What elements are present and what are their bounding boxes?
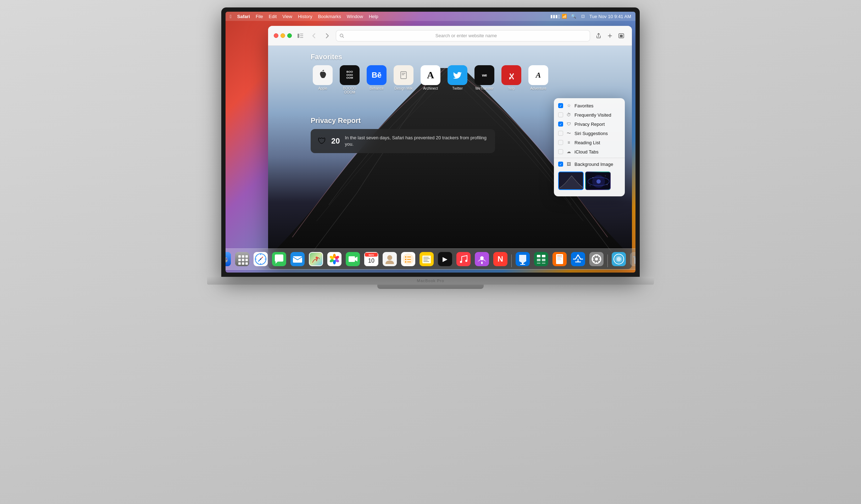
dock-photos[interactable] xyxy=(326,251,343,267)
wifi-icon[interactable]: 📶 xyxy=(562,13,567,19)
favorite-designmilk[interactable]: Design Milk xyxy=(391,65,416,94)
dock-contacts[interactable] xyxy=(382,251,398,267)
svg-rect-92 xyxy=(542,259,545,261)
svg-rect-77 xyxy=(456,252,471,266)
dock-launchpad[interactable] xyxy=(234,251,250,267)
close-button[interactable] xyxy=(274,33,278,38)
favorite-apple[interactable]: Apple xyxy=(311,65,335,94)
dock-maps[interactable] xyxy=(308,251,324,267)
dropdown-item-frequently-visited[interactable]: ⏱ Frequently Visited xyxy=(554,110,625,119)
dock-keynote[interactable] xyxy=(515,251,531,267)
dropdown-item-reading-list[interactable]: ≡ Reading List xyxy=(554,138,625,147)
menu-edit[interactable]: Edit xyxy=(269,14,277,19)
dock-appletv[interactable]: ▶ xyxy=(437,251,453,267)
dock-siri[interactable] xyxy=(611,251,627,267)
dock-pages[interactable] xyxy=(551,251,568,267)
siri-icon: 〜 xyxy=(566,130,572,136)
menu-bookmarks[interactable]: Bookmarks xyxy=(318,14,341,19)
control-center-icon[interactable]: ⊡ xyxy=(580,13,586,19)
dropdown-item-siri-suggestions[interactable]: 〜 Siri Suggestions xyxy=(554,129,625,138)
privacy-report-checkbox[interactable]: ✓ xyxy=(558,122,563,127)
svg-rect-82 xyxy=(481,262,483,264)
favorite-wetransfer[interactable]: we WeTransfer xyxy=(472,65,496,94)
svg-rect-27 xyxy=(238,255,241,258)
dock-calendar[interactable]: NOV 10 xyxy=(363,251,379,267)
favorite-yelp[interactable]: ꭕ Yelp xyxy=(499,65,523,94)
svg-rect-1 xyxy=(300,34,303,34)
background-thumbnails xyxy=(554,169,625,194)
dock-music[interactable] xyxy=(455,251,472,267)
macbook-outer:  Safari File Edit View History Bookmark… xyxy=(0,0,861,504)
dropdown-item-favorites[interactable]: ✓ ☆ Favorites xyxy=(554,101,625,110)
tabs-overview-button[interactable] xyxy=(616,31,626,41)
icloud-tabs-checkbox[interactable] xyxy=(558,149,563,154)
dropdown-divider xyxy=(554,158,625,158)
search-icon[interactable]: 🔍 xyxy=(571,13,577,19)
address-bar[interactable]: Search or enter website name xyxy=(336,30,590,41)
dropdown-item-icloud-tabs[interactable]: ☁ iCloud Tabs xyxy=(554,147,625,156)
svg-rect-64 xyxy=(407,257,411,257)
dock-news[interactable]: N xyxy=(492,251,509,267)
dock: NOV 10 xyxy=(226,248,635,270)
favorite-archinect[interactable]: A Archinect xyxy=(418,65,443,94)
dock-appstore[interactable] xyxy=(570,251,586,267)
favorite-icon-designmilk xyxy=(394,65,413,85)
favorite-label-boooom: BOOOOOOOM xyxy=(343,86,356,94)
favorites-dropdown-label: Favorites xyxy=(574,103,593,108)
dock-system-preferences[interactable] xyxy=(588,251,605,267)
privacy-card[interactable]: 🛡 20 In the last seven days, Safari has … xyxy=(311,129,495,153)
svg-rect-66 xyxy=(407,259,411,260)
dock-notes[interactable] xyxy=(418,251,435,267)
menu-history[interactable]: History xyxy=(298,14,312,19)
dock-podcasts[interactable] xyxy=(474,251,490,267)
favorite-icon-apple xyxy=(313,65,333,85)
back-button[interactable] xyxy=(309,31,319,41)
menu-help[interactable]: Help xyxy=(369,14,378,19)
dropdown-item-privacy-report[interactable]: ✓ 🛡 Privacy Report xyxy=(554,119,625,129)
dropdown-item-background-image[interactable]: ✓ 🖼 Background Image xyxy=(554,159,625,169)
app-name[interactable]: Safari xyxy=(237,14,250,19)
bg-thumb-galaxy[interactable] xyxy=(585,172,611,190)
favorites-checkbox[interactable]: ✓ xyxy=(558,103,563,108)
new-tab-button[interactable] xyxy=(605,31,615,41)
menu-view[interactable]: View xyxy=(282,14,292,19)
svg-rect-34 xyxy=(242,262,244,265)
sidebar-toggle[interactable] xyxy=(295,31,305,41)
fullscreen-button[interactable] xyxy=(287,33,292,38)
dock-reminders[interactable] xyxy=(400,251,416,267)
favorite-icon-adventure: A xyxy=(528,65,548,85)
svg-rect-8 xyxy=(402,73,405,74)
dock-safari[interactable] xyxy=(252,251,269,267)
minimize-button[interactable] xyxy=(280,33,285,38)
apple-menu[interactable]:  xyxy=(230,14,232,19)
bg-thumb-mountains[interactable] xyxy=(558,172,584,190)
dock-messages[interactable] xyxy=(271,251,287,267)
favorite-boooom[interactable]: BOOOOOOOM BOOOOOOOM xyxy=(338,65,362,94)
menu-window[interactable]: Window xyxy=(347,14,363,19)
svg-rect-91 xyxy=(537,259,540,261)
dock-trash[interactable] xyxy=(629,251,635,267)
menu-file[interactable]: File xyxy=(256,14,263,19)
share-button[interactable] xyxy=(594,31,604,41)
privacy-text: In the last seven days, Safari has preve… xyxy=(345,135,488,147)
dock-numbers[interactable] xyxy=(533,251,549,267)
svg-point-60 xyxy=(387,255,392,260)
favorite-twitter[interactable]: Twitter xyxy=(445,65,470,94)
siri-suggestions-checkbox[interactable] xyxy=(558,131,563,136)
favorite-label-twitter: Twitter xyxy=(452,86,462,90)
macbook-body:  Safari File Edit View History Bookmark… xyxy=(196,7,665,497)
menu-bar-right: ▮▮▮▯ 📶 🔍 ⊡ Tue Nov 10 9:41 AM xyxy=(552,13,631,19)
svg-point-65 xyxy=(405,259,406,260)
background-image-checkbox[interactable]: ✓ xyxy=(558,162,563,167)
macbook-label: MacBook Pro xyxy=(417,279,444,283)
favorite-adventure[interactable]: A Adventure xyxy=(526,65,550,94)
favorite-behance[interactable]: Bē Behance xyxy=(365,65,389,94)
dock-facetime[interactable] xyxy=(345,251,361,267)
forward-button[interactable] xyxy=(322,31,332,41)
dock-finder[interactable] xyxy=(226,251,232,267)
reading-list-checkbox[interactable] xyxy=(558,140,563,145)
frequently-visited-checkbox[interactable] xyxy=(558,112,563,117)
svg-rect-28 xyxy=(242,255,244,258)
dock-mail[interactable] xyxy=(289,251,306,267)
svg-rect-0 xyxy=(298,34,299,38)
